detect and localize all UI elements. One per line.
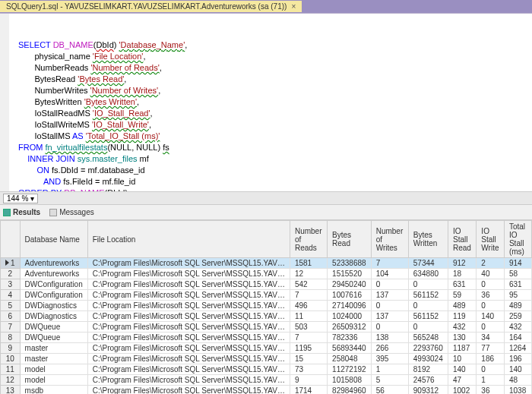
column-header[interactable] bbox=[1, 221, 21, 258]
cell[interactable]: 12 bbox=[290, 269, 327, 279]
cell[interactable]: 138 bbox=[371, 333, 408, 343]
cell[interactable]: 503 bbox=[290, 322, 327, 333]
cell[interactable]: 1515520 bbox=[328, 269, 372, 279]
cell[interactable]: 196 bbox=[504, 354, 531, 364]
table-row[interactable]: 8DWQueueC:\Program Files\Microsoft SQL S… bbox=[1, 333, 532, 343]
cell[interactable]: 73 bbox=[290, 364, 327, 375]
cell[interactable]: 914 bbox=[504, 258, 531, 269]
column-header[interactable]: Number of Writes bbox=[371, 221, 408, 258]
row-number[interactable]: 6 bbox=[1, 311, 21, 322]
cell[interactable]: 0 bbox=[371, 301, 408, 311]
cell[interactable]: 0 bbox=[408, 301, 448, 311]
cell[interactable]: 137 bbox=[371, 290, 408, 301]
cell[interactable]: 1264 bbox=[504, 343, 531, 354]
cell[interactable]: 18 bbox=[448, 269, 477, 279]
cell[interactable]: 7 bbox=[290, 290, 327, 301]
cell[interactable]: 164 bbox=[504, 333, 531, 343]
column-header[interactable]: File Location bbox=[87, 221, 290, 258]
cell[interactable]: C:\Program Files\Microsoft SQL Server\MS… bbox=[87, 258, 290, 269]
tab-results[interactable]: Results bbox=[3, 208, 40, 216]
table-row[interactable]: 10masterC:\Program Files\Microsoft SQL S… bbox=[1, 354, 532, 364]
cell[interactable]: 77 bbox=[477, 343, 505, 354]
row-number[interactable]: 8 bbox=[1, 333, 21, 343]
cell[interactable]: DWConfiguration bbox=[20, 279, 87, 290]
cell[interactable]: 2 bbox=[477, 258, 505, 269]
cell[interactable]: 24576 bbox=[408, 375, 448, 386]
cell[interactable]: 631 bbox=[504, 279, 531, 290]
cell[interactable]: 542 bbox=[290, 279, 327, 290]
cell[interactable]: 10 bbox=[448, 354, 477, 364]
cell[interactable]: 137 bbox=[371, 311, 408, 322]
table-row[interactable]: 12modelC:\Program Files\Microsoft SQL Se… bbox=[1, 375, 532, 386]
zoom-selector[interactable]: 144 % ▾ bbox=[3, 194, 38, 203]
cell[interactable]: master bbox=[20, 354, 87, 364]
cell[interactable]: DWConfiguration bbox=[20, 290, 87, 301]
table-row[interactable]: 1AdventureworksC:\Program Files\Microsof… bbox=[1, 258, 532, 269]
cell[interactable]: C:\Program Files\Microsoft SQL Server\MS… bbox=[87, 279, 290, 290]
results-grid-wrapper[interactable]: Database NameFile LocationNumber of Read… bbox=[0, 220, 532, 394]
cell[interactable]: 34 bbox=[477, 333, 505, 343]
row-number[interactable]: 10 bbox=[1, 354, 21, 364]
cell[interactable]: 1 bbox=[371, 364, 408, 375]
column-header[interactable]: Database Name bbox=[20, 221, 87, 258]
cell[interactable]: 1007616 bbox=[328, 290, 372, 301]
cell[interactable]: 15 bbox=[290, 354, 327, 364]
cell[interactable]: 634880 bbox=[408, 269, 448, 279]
cell[interactable]: 0 bbox=[477, 322, 505, 333]
row-number[interactable]: 9 bbox=[1, 343, 21, 354]
cell[interactable]: C:\Program Files\Microsoft SQL Server\MS… bbox=[87, 311, 290, 322]
cell[interactable]: 119 bbox=[448, 311, 477, 322]
column-header[interactable]: IO Stall Write bbox=[477, 221, 505, 258]
cell[interactable]: model bbox=[20, 364, 87, 375]
cell[interactable]: 140 bbox=[477, 311, 505, 322]
cell[interactable]: 561152 bbox=[408, 311, 448, 322]
row-number[interactable]: 1 bbox=[1, 258, 21, 269]
cell[interactable]: DWDiagnostics bbox=[20, 301, 87, 311]
table-row[interactable]: 6DWDiagnosticsC:\Program Files\Microsoft… bbox=[1, 311, 532, 322]
cell[interactable]: C:\Program Files\Microsoft SQL Server\MS… bbox=[87, 301, 290, 311]
cell[interactable]: C:\Program Files\Microsoft SQL Server\MS… bbox=[87, 354, 290, 364]
cell[interactable]: C:\Program Files\Microsoft SQL Server\MS… bbox=[87, 322, 290, 333]
cell[interactable]: Adventureworks bbox=[20, 258, 87, 269]
cell[interactable]: 52338688 bbox=[328, 258, 372, 269]
cell[interactable]: C:\Program Files\Microsoft SQL Server\MS… bbox=[87, 290, 290, 301]
cell[interactable]: 140 bbox=[448, 364, 477, 375]
table-row[interactable]: 5DWDiagnosticsC:\Program Files\Microsoft… bbox=[1, 301, 532, 311]
cell[interactable]: 1015808 bbox=[328, 375, 372, 386]
cell[interactable]: 565248 bbox=[408, 333, 448, 343]
cell[interactable]: 0 bbox=[408, 322, 448, 333]
cell[interactable]: 36 bbox=[477, 290, 505, 301]
cell[interactable]: 631 bbox=[448, 279, 477, 290]
cell[interactable]: 259 bbox=[504, 311, 531, 322]
tab-messages[interactable]: Messages bbox=[49, 208, 94, 216]
cell[interactable]: 0 bbox=[477, 364, 505, 375]
cell[interactable]: 36 bbox=[477, 386, 505, 395]
cell[interactable]: C:\Program Files\Microsoft SQL Server\MS… bbox=[87, 364, 290, 375]
cell[interactable]: 4993024 bbox=[408, 354, 448, 364]
sql-editor[interactable]: SELECT DB_NAME(DbId) 'Database_Name', ph… bbox=[0, 14, 532, 191]
cell[interactable]: 782336 bbox=[328, 333, 372, 343]
cell[interactable]: DWQueue bbox=[20, 322, 87, 333]
cell[interactable]: 11 bbox=[290, 311, 327, 322]
cell[interactable]: 57344 bbox=[408, 258, 448, 269]
column-header[interactable]: Bytes Read bbox=[328, 221, 372, 258]
cell[interactable]: DWQueue bbox=[20, 333, 87, 343]
cell[interactable]: 1024000 bbox=[328, 311, 372, 322]
column-header[interactable]: Number of Reads bbox=[290, 221, 327, 258]
cell[interactable]: DWDiagnostics bbox=[20, 311, 87, 322]
cell[interactable]: Adventureworks bbox=[20, 269, 87, 279]
cell[interactable]: 912 bbox=[448, 258, 477, 269]
cell[interactable]: 95 bbox=[504, 290, 531, 301]
row-number[interactable]: 13 bbox=[1, 386, 21, 395]
cell[interactable]: 489 bbox=[448, 301, 477, 311]
cell[interactable]: 0 bbox=[477, 301, 505, 311]
cell[interactable]: 1038 bbox=[504, 386, 531, 395]
close-icon[interactable]: × bbox=[291, 2, 296, 11]
cell[interactable]: 1195 bbox=[290, 343, 327, 354]
cell[interactable]: 1002 bbox=[448, 386, 477, 395]
cell[interactable]: 58 bbox=[504, 269, 531, 279]
cell[interactable]: 59 bbox=[448, 290, 477, 301]
cell[interactable]: 27140096 bbox=[328, 301, 372, 311]
column-header[interactable]: Total IO Stall (ms) bbox=[504, 221, 531, 258]
table-row[interactable]: 9masterC:\Program Files\Microsoft SQL Se… bbox=[1, 343, 532, 354]
